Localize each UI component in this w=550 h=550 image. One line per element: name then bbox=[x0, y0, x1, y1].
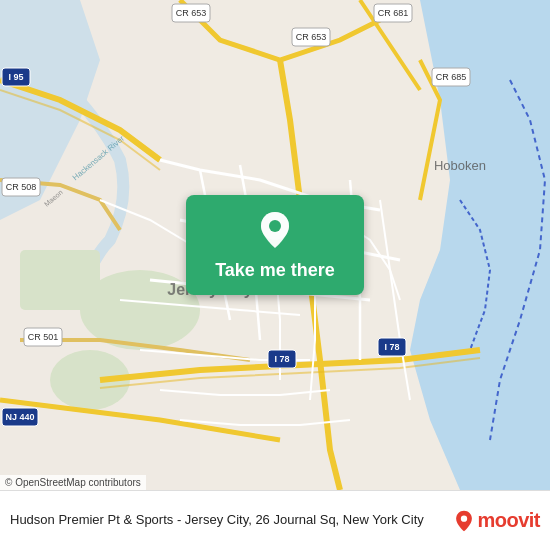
map-attribution: © OpenStreetMap contributors bbox=[0, 475, 146, 490]
moovit-brand-name: moovit bbox=[477, 509, 540, 532]
map-container: CR 653 CR 653 CR 681 CR 685 I 95 CR 508 … bbox=[0, 0, 550, 490]
svg-text:CR 681: CR 681 bbox=[378, 8, 409, 18]
location-text: Hudson Premier Pt & Sports - Jersey City… bbox=[10, 512, 445, 529]
svg-point-36 bbox=[461, 515, 467, 521]
button-label: Take me there bbox=[215, 260, 335, 281]
bottom-bar: Hudson Premier Pt & Sports - Jersey City… bbox=[0, 490, 550, 550]
svg-text:NJ 440: NJ 440 bbox=[5, 412, 34, 422]
svg-text:CR 653: CR 653 bbox=[296, 32, 327, 42]
svg-text:CR 653: CR 653 bbox=[176, 8, 207, 18]
svg-text:CR 685: CR 685 bbox=[436, 72, 467, 82]
svg-point-35 bbox=[269, 220, 281, 232]
take-me-there-button[interactable]: Take me there bbox=[186, 195, 364, 295]
svg-text:CR 508: CR 508 bbox=[6, 182, 37, 192]
moovit-logo: moovit bbox=[453, 509, 540, 532]
svg-text:CR 501: CR 501 bbox=[28, 332, 59, 342]
svg-text:I 95: I 95 bbox=[8, 72, 23, 82]
svg-text:I 78: I 78 bbox=[384, 342, 399, 352]
svg-text:I 78: I 78 bbox=[274, 354, 289, 364]
moovit-pin-icon bbox=[453, 510, 475, 532]
location-pin-icon bbox=[257, 210, 293, 252]
svg-text:Hoboken: Hoboken bbox=[434, 158, 486, 173]
